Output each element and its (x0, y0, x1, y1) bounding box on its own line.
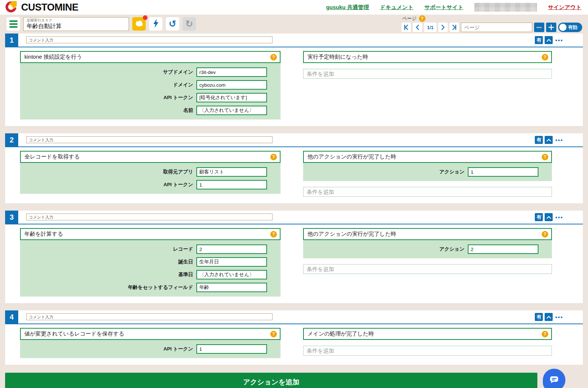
action-title-bar[interactable]: 全レコードを取得する ? (20, 151, 281, 163)
app-window: CUSTOMINE gusuku 共通管理 ドキュメント サポートサイト サイン… (0, 0, 588, 388)
action-help-icon[interactable]: ? (270, 54, 277, 60)
field-label: 基準日 (179, 271, 193, 278)
trigger-panel: 他のアクションの実行が完了した時 ? アクション (303, 228, 552, 297)
action-help-icon[interactable]: ? (270, 331, 277, 337)
task-name-field[interactable]: 定期実行タスク (23, 17, 129, 31)
action-help-icon[interactable]: ? (270, 154, 277, 160)
card-more-button[interactable]: ••• (554, 314, 564, 320)
action-title: kintone 接続設定を行う (24, 54, 82, 60)
last-page-button[interactable] (450, 23, 459, 32)
enabled-badge-button[interactable]: 有 (535, 36, 543, 44)
field-input-api-token[interactable] (196, 180, 267, 189)
prev-page-button[interactable] (413, 23, 422, 32)
add-page-button[interactable] (546, 23, 556, 32)
field-input-api-token[interactable] (196, 344, 267, 354)
trigger-help-icon[interactable]: ? (542, 231, 548, 238)
field-input-subdomain[interactable] (196, 67, 267, 77)
trigger-title-bar[interactable]: 他のアクションの実行が完了した時 ? (303, 151, 552, 163)
trigger-help-icon[interactable]: ? (542, 154, 548, 160)
task-name-input[interactable] (27, 23, 126, 30)
menu-button[interactable] (7, 17, 20, 31)
comment-input[interactable] (26, 136, 273, 143)
add-condition-input[interactable] (303, 187, 552, 197)
enabled-badge-button[interactable]: 有 (535, 213, 543, 221)
field-label: 誕生日 (179, 259, 193, 265)
nav-link-support-site[interactable]: サポートサイト (424, 4, 463, 11)
puzzle-logo-icon (5, 0, 18, 15)
field-input-record[interactable] (196, 244, 267, 254)
card-more-button[interactable]: ••• (554, 137, 564, 143)
action-fields: 取得元アプリ API トークン (20, 163, 281, 194)
collapse-button[interactable] (545, 36, 553, 44)
field-input-name[interactable] (196, 106, 267, 115)
action-help-icon[interactable]: ? (270, 231, 277, 238)
nav-link-documents[interactable]: ドキュメント (380, 4, 413, 11)
enabled-badge-button[interactable]: 有 (535, 136, 543, 144)
action-number-badge: 2 (5, 133, 18, 146)
enabled-toggle[interactable]: 有効 (558, 23, 582, 32)
field-input-source-app[interactable] (196, 167, 267, 177)
field-row: API トークン (20, 180, 267, 189)
field-input-action-ref[interactable] (468, 167, 538, 177)
trigger-panel: メインの処理が完了した時 ? (303, 328, 552, 358)
action-title-bar[interactable]: 年齢を計算する ? (20, 228, 281, 240)
brand-name: CUSTOMINE (21, 2, 78, 13)
comment-input[interactable] (26, 313, 273, 320)
field-input-birthday[interactable] (196, 257, 267, 267)
action-title-bar[interactable]: 値が変更されているレコードを保存する ? (20, 328, 281, 340)
trigger-help-icon[interactable]: ? (542, 331, 548, 337)
page-more-button[interactable]: ••• (534, 23, 544, 32)
field-input-action-ref[interactable] (468, 244, 538, 254)
undo-button[interactable]: ↺ (166, 17, 179, 31)
chat-launcher-button[interactable] (543, 369, 565, 388)
comment-input[interactable] (26, 36, 273, 43)
field-row: API トークン (20, 344, 267, 354)
enabled-badge-button[interactable]: 有 (535, 313, 543, 321)
field-input-age-field[interactable] (196, 283, 267, 292)
next-page-button[interactable] (438, 23, 448, 32)
trigger-title-bar[interactable]: メインの処理が完了した時 ? (303, 328, 552, 340)
action-card-3: 3 有 ••• 年齢を計算する ? (5, 211, 583, 303)
save-button[interactable] (132, 17, 146, 31)
trigger-help-icon[interactable]: ? (542, 54, 548, 60)
collapse-button[interactable] (545, 313, 553, 321)
trigger-title-bar[interactable]: 他のアクションの実行が完了した時 ? (303, 228, 552, 240)
card-4-body: 値が変更されているレコードを保存する ? API トークン メインの処理が完了し… (5, 324, 583, 365)
card-more-button[interactable]: ••• (554, 215, 564, 220)
add-condition-input[interactable] (303, 69, 552, 79)
add-condition-input[interactable] (303, 346, 552, 356)
nav-link-gusuku-admin[interactable]: gusuku 共通管理 (326, 4, 369, 11)
card-more-button[interactable]: ••• (554, 38, 564, 43)
trigger-fields: アクション (303, 240, 552, 258)
collapse-button[interactable] (545, 136, 553, 144)
field-label: サブドメイン (163, 69, 193, 75)
redo-button[interactable]: ↻ (183, 17, 196, 31)
action-number-badge: 3 (5, 211, 18, 224)
toolbar-left: 定期実行タスク (7, 17, 196, 34)
unsaved-changes-dot (143, 15, 148, 20)
collapse-button[interactable] (545, 213, 553, 221)
run-button[interactable] (149, 17, 162, 31)
action-title-bar[interactable]: kintone 接続設定を行う ? (20, 51, 281, 63)
action-title: 値が変更されているレコードを保存する (24, 330, 124, 337)
field-input-api-token[interactable] (196, 93, 267, 102)
add-condition-input[interactable] (303, 264, 552, 274)
card-1-body: kintone 接続設定を行う ? サブドメイン ドメイン (5, 47, 583, 126)
page-name-input[interactable] (461, 23, 532, 32)
action-panel: 年齢を計算する ? レコード 誕生日 基準日 (20, 228, 281, 297)
first-page-button[interactable] (401, 23, 411, 32)
signout-link[interactable]: サインアウト (548, 4, 581, 11)
field-row: 名前 (20, 106, 267, 115)
card-controls: 有 ••• (535, 136, 564, 144)
toggle-label: 有効 (568, 24, 577, 31)
trigger-title-bar[interactable]: 実行予定時刻になった時 ? (303, 51, 552, 63)
page-help-icon[interactable]: ? (419, 15, 426, 22)
trigger-title: 実行予定時刻になった時 (307, 54, 368, 60)
comment-input[interactable] (26, 213, 273, 220)
field-row: レコード (20, 244, 267, 254)
add-action-button[interactable]: アクションを追加 (5, 373, 537, 388)
field-input-domain[interactable] (196, 80, 267, 90)
card-3-header: 3 有 ••• (5, 211, 583, 224)
trigger-title: 他のアクションの実行が完了した時 (307, 231, 396, 238)
field-input-base-date[interactable] (196, 270, 267, 279)
